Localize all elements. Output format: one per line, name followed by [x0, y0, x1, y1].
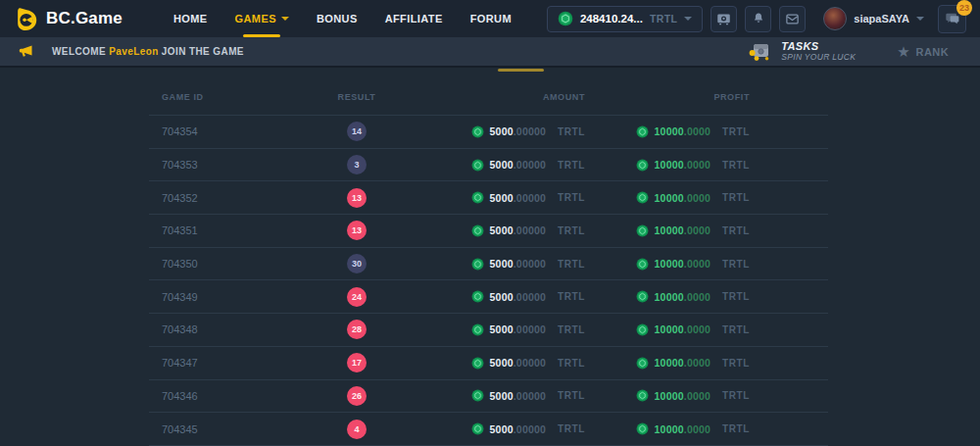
amount-currency: TRTL: [558, 324, 585, 335]
profit-cell: 10000.0000 TRTL: [636, 357, 750, 370]
game-id-cell: 704351: [149, 224, 276, 236]
table-row[interactable]: 704347 17 5000.00000 TRTL: [149, 347, 828, 380]
game-id-cell: 704345: [149, 423, 276, 435]
table-row[interactable]: 704350 30 5000.00000 TRTL: [149, 248, 828, 281]
amount-decimals: .00000: [514, 224, 546, 236]
amount-decimals: .00000: [514, 125, 546, 137]
trtl-coin-icon: [471, 191, 484, 204]
amount-cell: 5000.00000 TRTL: [471, 389, 585, 402]
trtl-coin-icon: [471, 323, 484, 336]
username: siapaSAYA: [854, 13, 909, 25]
amount-cell: 5000.00000 TRTL: [471, 357, 585, 370]
balance-currency: TRTL: [650, 13, 677, 25]
amount-decimals: .00000: [514, 357, 546, 369]
nav-label: BONUS: [317, 13, 358, 25]
profit-value: 10000: [655, 323, 684, 335]
profit-currency: TRTL: [722, 192, 750, 203]
nav-item-affiliate[interactable]: AFFILIATE: [371, 0, 457, 37]
profit-cell: 10000.0000 TRTL: [636, 290, 750, 303]
game-id-cell: 704354: [149, 125, 276, 137]
profit-value: 10000: [655, 390, 684, 402]
table-row[interactable]: 704353 3 5000.00000 TRTL: [149, 149, 828, 182]
result-badge: 30: [347, 254, 367, 273]
trtl-coin-icon: [471, 389, 484, 402]
game-id-cell: 704348: [149, 323, 276, 335]
trtl-coin-icon: [636, 159, 649, 172]
profit-cell: 10000.0000 TRTL: [636, 125, 750, 138]
trtl-coin-icon: [558, 11, 573, 26]
notifications-button[interactable]: [745, 6, 771, 32]
megaphone-icon: [18, 43, 34, 60]
amount-value: 5000: [490, 224, 514, 236]
balance-amount: 248410.24...: [580, 13, 643, 25]
profit-cell: 10000.0000 TRTL: [636, 323, 750, 336]
balance-selector[interactable]: 248410.24... TRTL: [547, 6, 703, 32]
column-header-result: RESULT: [338, 92, 376, 102]
profit-decimals: .0000: [684, 423, 710, 435]
main-content: GAME ID RESULT AMOUNT PROFIT 704354 14 5…: [0, 68, 980, 444]
profit-cell: 10000.0000 TRTL: [636, 258, 750, 271]
table-row[interactable]: 704345 4 5000.00000 TRTL: [149, 413, 828, 446]
nav-item-home[interactable]: HOME: [160, 0, 221, 37]
tasks-widget[interactable]: TASKS SPIN YOUR LUCK: [749, 40, 856, 62]
nav-item-games[interactable]: GAMES: [221, 0, 303, 37]
table-row[interactable]: 704348 28 5000.00000 TRTL: [149, 314, 828, 347]
amount-currency: TRTL: [558, 423, 585, 434]
amount-decimals: .00000: [514, 323, 546, 335]
mail-icon: [785, 12, 800, 26]
chevron-down-icon: [684, 17, 692, 21]
brand-logo[interactable]: BC.Game: [14, 7, 122, 31]
trtl-coin-icon: [636, 422, 649, 435]
welcome-banner: WELCOME PaveLeon JOIN THE GAME TASKS SPI…: [0, 37, 980, 68]
profit-currency: TRTL: [722, 358, 750, 369]
trtl-coin-icon: [471, 125, 484, 138]
profit-decimals: .0000: [684, 192, 710, 204]
vault-button[interactable]: [710, 6, 737, 32]
profit-decimals: .0000: [684, 291, 710, 303]
user-menu[interactable]: siapaSAYA: [823, 7, 924, 30]
rank-widget[interactable]: ★ RANK: [897, 44, 949, 59]
table-row[interactable]: 704346 26 5000.00000 TRTL: [149, 380, 828, 414]
trtl-coin-icon: [471, 357, 484, 370]
amount-currency: TRTL: [558, 291, 585, 302]
profit-value: 10000: [655, 224, 684, 236]
active-tab-underline: [243, 34, 280, 37]
profit-decimals: .0000: [684, 357, 710, 369]
profit-currency: TRTL: [722, 160, 750, 171]
result-badge: 4: [347, 420, 367, 439]
nav-item-forum[interactable]: FORUM: [457, 0, 525, 37]
game-id-cell: 704353: [149, 159, 276, 171]
table-row[interactable]: 704351 13 5000.00000 TRTL: [149, 215, 828, 248]
amount-currency: TRTL: [558, 390, 585, 401]
result-badge: 13: [347, 188, 367, 208]
chat-button[interactable]: 23: [938, 5, 966, 33]
profit-currency: TRTL: [722, 324, 750, 335]
profit-decimals: .0000: [684, 323, 710, 335]
messages-button[interactable]: [779, 6, 806, 32]
game-id-cell: 704352: [149, 192, 276, 204]
profit-cell: 10000.0000 TRTL: [636, 224, 750, 237]
nav-item-bonus[interactable]: BONUS: [303, 0, 371, 37]
result-cell: 13: [347, 221, 367, 240]
amount-value: 5000: [490, 423, 514, 435]
profit-value: 10000: [655, 423, 684, 435]
welcome-prefix: WELCOME: [52, 46, 109, 57]
banner-message: WELCOME PaveLeon JOIN THE GAME: [18, 43, 244, 60]
result-badge: 14: [347, 122, 367, 141]
profit-decimals: .0000: [684, 159, 710, 171]
chevron-down-icon: [916, 17, 924, 21]
game-id-cell: 704350: [149, 258, 276, 270]
table-row[interactable]: 704354 14 5000.00000 TRTL: [149, 116, 828, 149]
treasure-chest-icon: [749, 42, 772, 62]
bcgame-logo-icon: [14, 7, 38, 31]
game-id-cell: 704347: [149, 357, 276, 369]
result-cell: 26: [347, 386, 367, 406]
table-row[interactable]: 704352 13 5000.00000 TRTL: [149, 181, 828, 215]
amount-value: 5000: [490, 291, 514, 303]
amount-cell: 5000.00000 TRTL: [471, 422, 585, 435]
trtl-coin-icon: [636, 191, 649, 204]
profit-currency: TRTL: [722, 126, 750, 137]
main-nav: HOME GAMES BONUS AFFILIATE FORUM: [160, 0, 525, 37]
amount-cell: 5000.00000 TRTL: [471, 323, 585, 336]
table-row[interactable]: 704349 24 5000.00000 TRTL: [149, 280, 828, 314]
